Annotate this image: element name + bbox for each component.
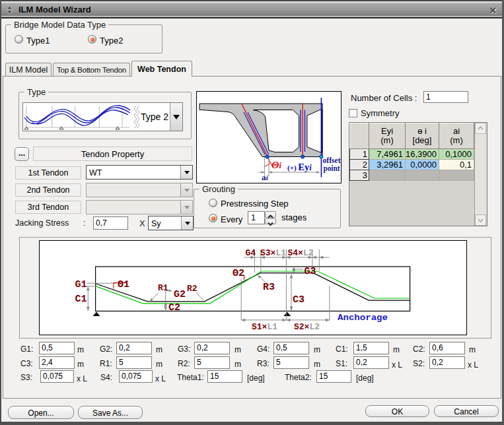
svg-text:R2: R2 — [187, 284, 198, 294]
svg-text:C2: C2 — [168, 302, 180, 313]
svg-text:G2: G2 — [174, 289, 186, 300]
svg-text:S2×L2: S2×L2 — [294, 322, 320, 332]
svg-text:G4: G4 — [246, 248, 256, 258]
svg-text:C3: C3 — [293, 294, 305, 306]
svg-text:R3: R3 — [263, 282, 275, 293]
svg-text:S3×L1: S3×L1 — [260, 248, 286, 258]
svg-text:S4×L2: S4×L2 — [288, 248, 314, 258]
svg-text:(+) Eyi: (+) Eyi — [287, 162, 312, 172]
svg-text:G3: G3 — [305, 266, 316, 277]
svg-text:ai: ai — [262, 172, 269, 182]
svg-text:point: point — [324, 164, 340, 173]
svg-text:Θ2: Θ2 — [233, 268, 244, 279]
svg-text:R1: R1 — [158, 283, 168, 293]
svg-text:Anchorage: Anchorage — [338, 313, 388, 323]
svg-text:C1: C1 — [75, 294, 87, 305]
svg-text:Θi: Θi — [271, 160, 281, 170]
svg-text:S1×L1: S1×L1 — [252, 322, 277, 332]
svg-text:Θ1: Θ1 — [118, 279, 129, 290]
svg-text:G1: G1 — [75, 279, 87, 290]
